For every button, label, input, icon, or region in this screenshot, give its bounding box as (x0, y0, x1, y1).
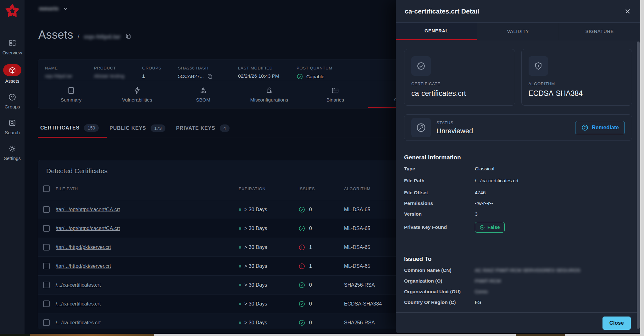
remediate-button[interactable]: Remediate (575, 121, 625, 134)
tab-summary[interactable]: Summary (38, 81, 104, 108)
field-value: 02/24/26 10:43 PM (238, 73, 297, 79)
file-path-link[interactable]: /tar/.../opt/httpd/cacert/CA.crt (56, 207, 239, 212)
subtab-label: PRIVATE KEYS (176, 125, 215, 131)
sidebar-item-overview[interactable]: Overview (0, 38, 25, 55)
alert-circle-icon (298, 263, 305, 270)
panel-body: CERTIFICATE ca-certificates.crt ALGORITH… (396, 40, 640, 305)
background-window-edge (640, 0, 644, 336)
groups-count-link[interactable]: 1 (142, 73, 145, 79)
row-checkbox[interactable] (43, 263, 50, 269)
file-path-link[interactable]: /.../ca-certificates.crt (56, 282, 239, 288)
field-groups: GROUPS 1 (142, 66, 178, 80)
sidebar-item-label: Settings (4, 156, 21, 161)
issues-cell: 0 (298, 225, 344, 232)
lightning-icon (133, 86, 141, 95)
kv-organizational-unit: Organizational Unit (OU)Ceres (404, 289, 632, 295)
shield-keyhole-icon (529, 56, 548, 76)
card-label: ALGORITHM (529, 81, 625, 86)
section-divider (404, 242, 632, 242)
column-header: ISSUES (298, 186, 344, 191)
subtab-certificates[interactable]: CERTIFICATES 150 (38, 121, 107, 138)
tab-sbom[interactable]: SBOM (170, 81, 236, 108)
issues-cell: 0 (298, 300, 344, 307)
sidebar-item-search[interactable]: Search (0, 118, 25, 135)
wrench-circle-icon (581, 124, 589, 131)
copy-icon[interactable] (125, 33, 131, 39)
expiration-dot-icon (239, 208, 241, 211)
issues-cell: 1 (298, 244, 344, 251)
subtab-public-keys[interactable]: PUBLIC KEYS 173 (107, 121, 174, 137)
check-circle-icon (298, 206, 305, 213)
tab-label: Binaries (326, 97, 344, 103)
file-path-link[interactable]: /tar/.../httpd/pki/server.crt (56, 263, 239, 269)
row-checkbox[interactable] (43, 225, 50, 232)
row-checkbox[interactable] (43, 300, 50, 307)
subtab-private-keys[interactable]: PRIVATE KEYS 4 (174, 121, 238, 137)
row-checkbox[interactable] (43, 206, 50, 213)
lock-gear-icon (265, 86, 273, 95)
username: mmorin (39, 6, 58, 12)
close-icon[interactable] (624, 8, 631, 15)
panel-tab-general[interactable]: GENERAL (396, 23, 477, 40)
field-label: SHA256 HASH (178, 66, 238, 70)
issues-cell: 0 (298, 319, 344, 326)
tab-binaries[interactable]: Binaries (302, 81, 368, 108)
column-header: FILE PATH (56, 186, 239, 191)
check-circle-icon (298, 225, 305, 232)
expiration-cell: > 30 Days (239, 245, 298, 250)
scrollbar-thumb[interactable] (637, 41, 640, 329)
app-window: Overview Assets (0, 0, 644, 336)
sidebar-item-label: Groups (4, 104, 20, 109)
row-checkbox[interactable] (43, 282, 50, 288)
status-value: Unreviewed (436, 127, 473, 135)
file-path-link[interactable]: /tar/.../httpd/pki/server.crt (56, 245, 239, 250)
kv-organization: Organization (O)FNMT-RCM (404, 278, 632, 284)
close-button[interactable]: Close (602, 317, 631, 330)
expiration-cell: > 30 Days (239, 263, 298, 269)
expiration-cell: > 30 Days (239, 282, 298, 288)
field-value: 5CCAB27... (178, 74, 204, 79)
expiration-cell: > 30 Days (239, 301, 298, 307)
panel-tab-validity[interactable]: VALIDITY (477, 23, 558, 40)
field-post-quantum: POST QUANTUM Capable (297, 66, 332, 80)
sidebar-item-groups[interactable]: Groups (0, 92, 25, 109)
sidebar-item-settings[interactable]: Settings (0, 144, 25, 161)
chevron-down-icon (63, 6, 69, 12)
remediate-label: Remediate (592, 124, 619, 131)
status-label: STATUS (436, 120, 473, 125)
wrench-circle-icon (411, 118, 431, 137)
brand-logo-icon[interactable] (4, 3, 20, 19)
check-circle-icon (298, 300, 305, 307)
user-menu[interactable]: mmorin (39, 6, 69, 12)
check-circle-icon (298, 319, 305, 326)
tab-vulnerabilities[interactable]: Vulnerabilities (104, 81, 170, 108)
certificate-card: CERTIFICATE ca-certificates.crt (404, 49, 515, 106)
card-label: CERTIFICATE (411, 81, 508, 86)
sidebar-item-assets[interactable]: Assets (0, 64, 25, 84)
file-path-link[interactable]: /tar/.../opt/httpd/cacert/CA.crt (56, 226, 239, 231)
select-all-checkbox[interactable] (43, 185, 50, 192)
kv-private-key-found: Private Key Found False (404, 222, 632, 233)
row-checkbox[interactable] (43, 319, 50, 326)
background-window-bottom (0, 334, 644, 336)
breadcrumb: Assets / oqs-httpd.tar (38, 28, 131, 41)
panel-title: ca-certificates.crt Detail (405, 8, 479, 15)
field-last-modified: LAST MODIFIED 02/24/26 10:43 PM (238, 66, 297, 80)
row-checkbox[interactable] (43, 244, 50, 251)
copy-icon[interactable] (207, 73, 213, 79)
sidebar-item-label: Overview (3, 50, 22, 55)
section-heading-general: General Information (404, 154, 632, 161)
panel-tab-signature[interactable]: SIGNATURE (559, 23, 640, 40)
file-path-link[interactable]: /.../ca-certificates.crt (56, 301, 239, 307)
kv-file-path: File Path/.../ca-certificates.crt (404, 178, 632, 184)
issues-cell: 1 (298, 263, 344, 270)
algorithm-card: ALGORITHM ECDSA-SHA384 (521, 49, 632, 106)
certificate-rosette-icon (411, 56, 431, 76)
tab-misconfigurations[interactable]: Misconfigurations (236, 81, 302, 108)
field-label: NAME (45, 66, 94, 70)
kv-file-offset: File Offset4746 (404, 190, 632, 196)
expiration-dot-icon (239, 265, 241, 267)
card-value: ECDSA-SHA384 (529, 89, 625, 98)
file-path-link[interactable]: /.../ca-certificates.crt (56, 320, 239, 326)
false-status-badge: False (475, 222, 505, 233)
